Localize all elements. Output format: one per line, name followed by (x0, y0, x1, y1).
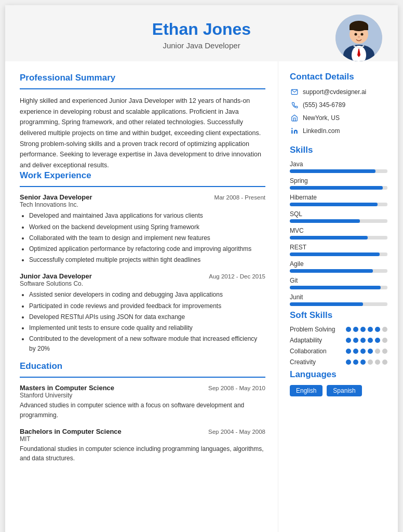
skill-bar-fill (290, 169, 375, 173)
contact-item-location: NewYork, US (290, 113, 387, 123)
dot-empty (375, 349, 380, 354)
skill-item: Hibernate (290, 194, 387, 206)
skill-name: Spring (290, 177, 387, 184)
skill-dots (346, 327, 387, 332)
soft-skill-name: Adaptability (290, 337, 322, 344)
resume-page: Ethan Jones Junior Java Developer (5, 5, 398, 532)
skill-bar-bg (290, 186, 387, 190)
dot-filled (368, 338, 373, 343)
edu-degree: Masters in Computer Science (20, 384, 114, 392)
skill-item: Junit (290, 294, 387, 306)
svg-point-9 (358, 36, 360, 38)
education-list: Masters in Computer Science Sep 2008 - M… (20, 384, 265, 463)
candidate-title: Junior Java Developer (21, 41, 382, 50)
soft-skill-name: Collaboration (290, 348, 327, 355)
languages-title: Languages (290, 369, 387, 380)
header-text: Ethan Jones Junior Java Developer (21, 20, 382, 50)
skill-item: REST (290, 244, 387, 256)
skill-bar-fill (290, 302, 363, 306)
job-header: Senior Java Developer Mar 2008 - Present (20, 193, 265, 201)
professional-summary-title: Professional Summary (20, 73, 265, 83)
email-icon (290, 87, 299, 97)
edu-description: Foundational studies in computer science… (20, 444, 265, 463)
jobs-list: Senior Java Developer Mar 2008 - Present… (20, 193, 265, 354)
summary-divider (20, 88, 265, 89)
language-tag: Spanish (327, 385, 361, 396)
dot-filled (360, 349, 366, 354)
skill-item: Java (290, 161, 387, 173)
edu-school: MIT (20, 435, 265, 443)
dot-empty (375, 360, 380, 365)
skill-bar-fill (290, 252, 380, 256)
job-date: Mar 2008 - Present (214, 194, 265, 201)
job-item: Senior Java Developer Mar 2008 - Present… (20, 193, 265, 265)
job-bullet: Optimized application performance by ref… (29, 244, 265, 254)
job-bullet: Collaborated with the team to design and… (29, 233, 265, 243)
svg-point-12 (291, 128, 292, 129)
skill-bar-fill (290, 203, 378, 206)
contact-item-linkedin: LinkedIn.com (290, 126, 387, 136)
dot-empty (368, 360, 373, 365)
education-section: Education Masters in Computer Science Se… (20, 361, 265, 463)
job-title: Junior Java Developer (20, 272, 92, 280)
work-experience-title: Work Experience (20, 170, 265, 181)
location-icon (290, 113, 299, 123)
skill-bar-bg (290, 269, 387, 273)
phone-icon (290, 100, 299, 110)
job-bullets: Assisted senior developers in coding and… (20, 290, 265, 354)
job-bullet: Contributed to the development of a new … (29, 334, 265, 354)
skill-item: Agile (290, 260, 387, 273)
skill-dots (346, 349, 387, 354)
skill-name: REST (290, 244, 387, 251)
education-item: Masters in Computer Science Sep 2008 - M… (20, 384, 265, 420)
skill-item: SQL (290, 210, 387, 223)
soft-skill-name: Creativity (290, 358, 316, 366)
education-item: Bachelors in Computer Science Sep 2004 -… (20, 428, 265, 463)
language-tag: English (290, 385, 323, 396)
job-header: Junior Java Developer Aug 2012 - Dec 201… (20, 272, 265, 280)
dot-filled (346, 338, 351, 343)
linkedin-icon (290, 126, 299, 136)
dot-filled (368, 349, 373, 354)
soft-skill-item: Adaptability (290, 337, 387, 344)
soft-skills-list: Problem Solving Adaptability Collaborati… (290, 326, 387, 366)
skill-name: MVC (290, 227, 387, 234)
professional-summary-section: Professional Summary Highly skilled and … (20, 73, 265, 170)
job-title: Senior Java Developer (20, 193, 92, 201)
skill-name: Hibernate (290, 194, 387, 201)
header-section: Ethan Jones Junior Java Developer (5, 5, 398, 61)
work-divider (20, 186, 265, 187)
job-bullet: Worked on the backend development using … (29, 222, 265, 232)
dot-empty (382, 338, 387, 343)
skill-bar-fill (290, 269, 373, 273)
languages-list: EnglishSpanish (290, 385, 387, 396)
education-title: Education (20, 361, 265, 371)
soft-skill-item: Collaboration (290, 348, 387, 355)
job-company: Software Solutions Co. (20, 280, 265, 287)
skill-name: Junit (290, 294, 387, 301)
contact-text: NewYork, US (303, 114, 340, 122)
job-bullets: Developed and maintained Java applicatio… (20, 211, 265, 265)
skills-section: Skills Java Spring Hibernate SQL MVC RES… (290, 145, 387, 306)
dot-filled (353, 338, 358, 343)
edu-header: Masters in Computer Science Sep 2008 - M… (20, 384, 265, 392)
dot-filled (346, 349, 351, 354)
candidate-name: Ethan Jones (21, 20, 382, 39)
candidate-photo (335, 15, 382, 61)
edu-school: Stanford University (20, 392, 265, 399)
skill-bar-bg (290, 252, 387, 256)
skill-bar-bg (290, 236, 387, 240)
dot-filled (368, 327, 373, 332)
skill-bar-bg (290, 286, 387, 289)
edu-degree: Bachelors in Computer Science (20, 428, 122, 435)
job-date: Aug 2012 - Dec 2015 (209, 273, 265, 280)
skills-title: Skills (290, 145, 387, 155)
skill-name: Agile (290, 260, 387, 268)
education-divider (20, 377, 265, 378)
dot-filled (346, 360, 351, 365)
skills-list: Java Spring Hibernate SQL MVC REST Agile (290, 161, 387, 306)
contact-item-email: support@cvdesigner.ai (290, 87, 387, 97)
contact-list: support@cvdesigner.ai (555) 345-6789 New… (290, 87, 387, 136)
skill-item: MVC (290, 227, 387, 240)
edu-description: Advanced studies in computer science wit… (20, 401, 265, 420)
